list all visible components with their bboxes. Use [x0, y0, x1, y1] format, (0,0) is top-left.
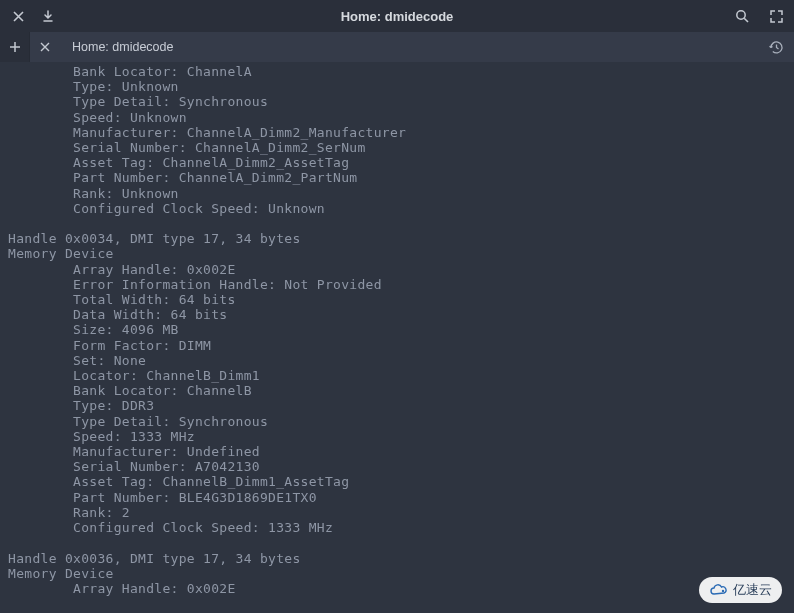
terminal-line: Array Handle: 0x002E: [8, 581, 786, 596]
fullscreen-icon[interactable]: [768, 8, 784, 24]
window-title: Home: dmidecode: [0, 9, 794, 24]
watermark-text: 亿速云: [733, 581, 772, 599]
tab-bar: Home: dmidecode: [0, 32, 794, 62]
tabbar-right: [768, 32, 784, 62]
titlebar-left: [10, 8, 56, 24]
terminal-line: Asset Tag: ChannelA_Dimm2_AssetTag: [8, 155, 786, 170]
terminal-line: Bank Locator: ChannelA: [8, 64, 786, 79]
terminal-line: Form Factor: DIMM: [8, 338, 786, 353]
terminal-line: [8, 535, 786, 550]
new-tab-button[interactable]: [0, 32, 30, 62]
terminal-line: Type Detail: Synchronous: [8, 414, 786, 429]
terminal-line: Rank: Unknown: [8, 186, 786, 201]
terminal-line: Manufacturer: ChannelA_Dimm2_Manufacture…: [8, 125, 786, 140]
window-titlebar: Home: dmidecode: [0, 0, 794, 32]
terminal-line: Part Number: BLE4G3D1869DE1TX0: [8, 490, 786, 505]
terminal-line: Bank Locator: ChannelB: [8, 383, 786, 398]
terminal-line: Type: DDR3: [8, 398, 786, 413]
close-window-button[interactable]: [10, 8, 26, 24]
terminal-line: Speed: Unknown: [8, 110, 786, 125]
terminal-line: Asset Tag: ChannelB_Dimm1_AssetTag: [8, 474, 786, 489]
terminal-line: Memory Device: [8, 246, 786, 261]
terminal-output[interactable]: Bank Locator: ChannelA Type: Unknown Typ…: [0, 62, 794, 596]
terminal-line: Data Width: 64 bits: [8, 307, 786, 322]
svg-point-1: [722, 590, 724, 592]
terminal-line: Serial Number: ChannelA_Dimm2_SerNum: [8, 140, 786, 155]
terminal-line: Set: None: [8, 353, 786, 368]
terminal-line: Speed: 1333 MHz: [8, 429, 786, 444]
history-icon[interactable]: [768, 39, 784, 55]
watermark-badge: 亿速云: [699, 577, 782, 603]
terminal-line: Error Information Handle: Not Provided: [8, 277, 786, 292]
terminal-line: Manufacturer: Undefined: [8, 444, 786, 459]
titlebar-right: [734, 8, 784, 24]
terminal-line: Serial Number: A7042130: [8, 459, 786, 474]
terminal-line: Total Width: 64 bits: [8, 292, 786, 307]
terminal-line: Part Number: ChannelA_Dimm2_PartNum: [8, 170, 786, 185]
svg-point-0: [736, 10, 744, 18]
terminal-line: Type Detail: Synchronous: [8, 94, 786, 109]
tab-label[interactable]: Home: dmidecode: [60, 32, 185, 62]
terminal-line: Size: 4096 MB: [8, 322, 786, 337]
search-icon[interactable]: [734, 8, 750, 24]
terminal-line: Handle 0x0036, DMI type 17, 34 bytes: [8, 551, 786, 566]
terminal-line: Configured Clock Speed: Unknown: [8, 201, 786, 216]
download-icon[interactable]: [40, 8, 56, 24]
terminal-line: Array Handle: 0x002E: [8, 262, 786, 277]
terminal-line: Rank: 2: [8, 505, 786, 520]
terminal-line: Handle 0x0034, DMI type 17, 34 bytes: [8, 231, 786, 246]
close-tab-button[interactable]: [30, 32, 60, 62]
terminal-line: [8, 216, 786, 231]
cloud-icon: [709, 583, 729, 597]
terminal-line: Locator: ChannelB_Dimm1: [8, 368, 786, 383]
terminal-line: Memory Device: [8, 566, 786, 581]
terminal-line: Configured Clock Speed: 1333 MHz: [8, 520, 786, 535]
terminal-line: Type: Unknown: [8, 79, 786, 94]
